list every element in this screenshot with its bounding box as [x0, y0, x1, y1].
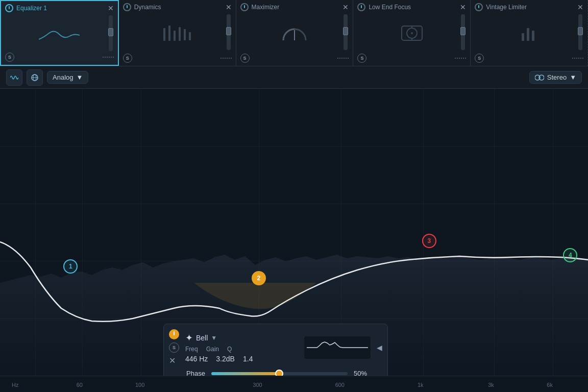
plugin-name-maximizer: Maximizer	[252, 4, 340, 11]
svg-rect-12	[522, 33, 524, 41]
fader-low-end-focus[interactable]	[461, 14, 465, 50]
plugin-thumbnail-vintage-limiter	[475, 14, 583, 52]
freq-label: Freq	[185, 346, 198, 353]
phase-collapse-btn[interactable]: ◀	[377, 344, 382, 352]
eq-band-node-2[interactable]: 2	[252, 271, 266, 285]
phase-label: Phase	[186, 370, 205, 376]
freq-label-3k: 3k	[488, 382, 494, 388]
plugin-slot-maximizer[interactable]: Maximizer ✕ S	[236, 0, 354, 66]
svg-rect-5	[189, 32, 191, 40]
phase-slider-thumb	[275, 370, 283, 376]
svg-rect-13	[527, 28, 529, 41]
fader-thumb-eq1	[108, 28, 113, 36]
stereo-arrow: ▼	[570, 74, 576, 81]
fader-thumb-dynamics	[226, 27, 231, 35]
solo-button-dynamics[interactable]: S	[123, 54, 132, 63]
band-type-selector[interactable]: ✦ Bell ▼	[185, 332, 300, 344]
plugin-footer-vintage-limiter: S	[475, 54, 583, 63]
fader-maximizer[interactable]	[344, 14, 348, 50]
eq-band-label-2: 2	[257, 275, 261, 282]
analog-dropdown-arrow: ▼	[76, 74, 83, 81]
power-button-low-end-focus[interactable]	[357, 3, 365, 11]
close-button-maximizer[interactable]: ✕	[342, 4, 349, 11]
eq-band-node-1[interactable]: 1	[63, 259, 78, 274]
eq-band-node-3[interactable]: 3	[422, 234, 436, 248]
fader-thumb-vintage-limiter	[578, 27, 583, 35]
plugin-thumbnail-dynamics	[123, 14, 232, 52]
plugin-slot-dynamics[interactable]: Dynamics ✕ S	[119, 0, 236, 66]
power-button-vintage-limiter[interactable]	[475, 3, 483, 11]
mode-toggle-btn[interactable]	[6, 69, 22, 86]
plugin-footer-dynamics: S	[123, 54, 232, 63]
plugin-footer-low-end-focus: S	[357, 54, 466, 63]
band-type-label: Bell	[196, 334, 208, 342]
plugin-thumbnail-eq1	[5, 15, 114, 51]
plugin-slot-eq1[interactable]: Equalizer 1 ✕ S	[0, 0, 119, 66]
eq-band-node-4[interactable]: 4	[563, 248, 577, 262]
close-button-dynamics[interactable]: ✕	[226, 4, 232, 11]
plugin-slot-low-end-focus[interactable]: Low End Focus ✕ S	[353, 0, 471, 66]
low-end-focus-icon-svg	[397, 21, 427, 45]
plugin-dots-vintage-limiter	[572, 58, 583, 59]
stereo-btn[interactable]: Stereo ▼	[529, 71, 582, 84]
solo-button-vintage-limiter[interactable]: S	[475, 54, 484, 63]
fader-vintage-limiter[interactable]	[578, 14, 582, 50]
fader-eq1[interactable]	[109, 15, 113, 51]
eq-display: 1 2 3 4 S ✕ ✦ Bell ▼	[0, 89, 588, 376]
eq-band-label-1: 1	[69, 263, 72, 270]
plugin-name-eq1: Equalizer 1	[16, 5, 105, 12]
phase-value: 50%	[354, 370, 367, 376]
phase-slider-fill	[211, 372, 280, 375]
plugin-thumbnail-maximizer	[240, 14, 349, 52]
fader-thumb-low-end-focus	[460, 27, 465, 35]
globe-btn[interactable]	[27, 69, 43, 86]
freq-value[interactable]: 446 Hz	[185, 355, 208, 363]
plugin-strip: Equalizer 1 ✕ S Dynamics ✕	[0, 0, 588, 66]
stereo-icon	[535, 74, 544, 81]
plugin-dots-maximizer	[337, 58, 349, 59]
q-value[interactable]: 1.4	[243, 355, 253, 363]
band-waveform-preview	[304, 336, 371, 359]
eq-band-label-3: 3	[428, 237, 431, 244]
band-solo-btn[interactable]: S	[169, 342, 179, 353]
power-button-eq1[interactable]	[5, 4, 13, 12]
phase-row: Phase 50%	[169, 370, 382, 376]
maximizer-gauge-svg	[279, 21, 310, 45]
solo-button-maximizer[interactable]: S	[240, 54, 250, 63]
power-button-maximizer[interactable]	[240, 3, 249, 11]
freq-label-600: 600	[335, 382, 345, 388]
gain-value[interactable]: 3.2dB	[216, 355, 235, 363]
plugin-dots-eq1	[103, 57, 114, 58]
band-params-labels: Freq Gain Q	[185, 346, 253, 353]
plugin-header-eq1: Equalizer 1 ✕	[5, 4, 114, 12]
analog-label: Analog	[53, 74, 73, 81]
band-close-btn[interactable]: ✕	[169, 356, 179, 365]
band-params: Freq Gain Q 446 Hz 3.2dB 1.4	[185, 346, 253, 363]
svg-rect-1	[168, 26, 170, 41]
fader-dynamics[interactable]	[227, 14, 231, 50]
stereo-label: Stereo	[547, 74, 567, 81]
globe-icon	[31, 74, 39, 82]
band-popup-top: S ✕ ✦ Bell ▼ Freq Gain Q	[169, 329, 382, 365]
band-popup: S ✕ ✦ Bell ▼ Freq Gain Q	[163, 324, 388, 376]
solo-button-eq1[interactable]: S	[5, 53, 14, 62]
band-power-btn[interactable]	[169, 329, 179, 339]
phase-slider[interactable]	[211, 372, 348, 375]
plugin-slot-vintage-limiter[interactable]: Vintage Limiter ✕ S	[471, 0, 588, 66]
plugin-header-dynamics: Dynamics ✕	[123, 3, 232, 11]
freq-label-60: 60	[77, 382, 83, 388]
band-type-dropdown-arrow: ▼	[211, 334, 217, 341]
freq-label-hz: Hz	[12, 382, 18, 388]
waveform-preview-svg	[307, 338, 368, 357]
close-button-vintage-limiter[interactable]: ✕	[577, 4, 583, 11]
analog-dropdown[interactable]: Analog ▼	[47, 71, 88, 84]
power-button-dynamics[interactable]	[123, 3, 131, 11]
plugin-name-low-end-focus: Low End Focus	[369, 4, 457, 11]
freq-label-100: 100	[135, 382, 144, 388]
close-button-eq1[interactable]: ✕	[108, 5, 114, 12]
plugin-header-low-end-focus: Low End Focus ✕	[357, 3, 466, 11]
close-button-low-end-focus[interactable]: ✕	[460, 4, 466, 11]
solo-button-low-end-focus[interactable]: S	[357, 54, 366, 63]
plugin-thumbnail-low-end-focus	[357, 14, 466, 52]
bell-icon: ✦	[185, 332, 193, 344]
